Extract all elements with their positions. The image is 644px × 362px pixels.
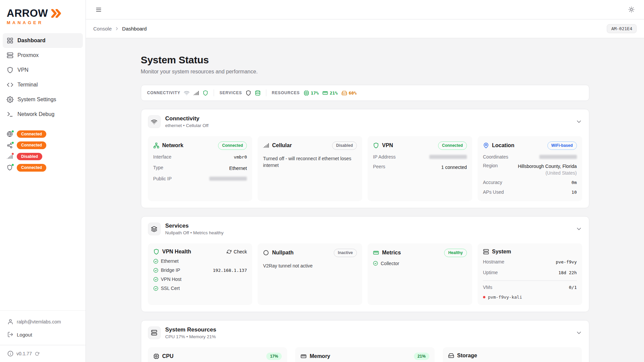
- memory-percent-badge: 21%: [414, 353, 429, 360]
- connectivity-card-header[interactable]: Connectivity ethernet • Cellular Off: [141, 109, 589, 134]
- status-row-network: Connected: [7, 141, 79, 149]
- status-badge-internet: Connected: [17, 130, 46, 138]
- services-title: Services: [165, 223, 224, 229]
- check-row-ssl-cert: SSL Cert: [153, 286, 247, 291]
- network-icon: [153, 142, 159, 148]
- sidebar-item-network-debug[interactable]: Network Debug: [3, 107, 83, 122]
- sidebar-item-proxmox[interactable]: Proxmox: [3, 48, 83, 63]
- chevron-down-icon[interactable]: [576, 226, 582, 232]
- database-icon: [255, 90, 261, 96]
- code-icon: [7, 81, 13, 88]
- theme-toggle-button[interactable]: [626, 4, 637, 15]
- memory-title: Memory: [310, 353, 330, 359]
- menu-button[interactable]: [93, 4, 104, 15]
- cpu-percent-badge: 17%: [266, 353, 282, 360]
- sidebar-item-system-settings[interactable]: System Settings: [3, 92, 83, 107]
- check-circle-icon: [373, 261, 378, 266]
- device-id-badge: AM-021E4: [607, 24, 637, 33]
- cpu-icon: [153, 353, 159, 359]
- connectivity-subtitle: ethernet • Cellular Off: [165, 123, 209, 128]
- sidebar-item-dashboard[interactable]: Dashboard: [3, 33, 83, 48]
- sidebar-item-label: Terminal: [17, 82, 38, 88]
- breadcrumb-bar: Console Dashboard AM-021E4: [86, 19, 644, 38]
- memory-icon: [373, 250, 379, 256]
- brand-subtitle: MANAGER: [7, 20, 79, 25]
- layers-icon: [148, 223, 161, 235]
- resources-subtitle: CPU 17% • Memory 21%: [165, 334, 216, 339]
- redacted-value: [539, 155, 577, 159]
- signal-icon: [7, 154, 13, 160]
- location-region-value: Hillsborough County, Florida (United Sta…: [502, 163, 577, 177]
- system-hostname-row: Hostname pve-f9vy: [483, 259, 577, 265]
- summary-cpu-value: 17%: [311, 90, 319, 96]
- check-circle-icon: [153, 286, 158, 291]
- memory-subcard: Memory 21% 2 GB / 8 GB: [295, 347, 435, 362]
- services-card-header[interactable]: Services Nullpath Off • Metrics healthy: [141, 217, 589, 241]
- sidebar-item-vpn[interactable]: VPN: [3, 63, 83, 77]
- brand-chevrons-icon: [50, 9, 63, 18]
- wifi-icon: [184, 90, 190, 96]
- connectivity-title: Connectivity: [165, 115, 209, 122]
- app-root: ARROW MANAGER Dashboard Proxmox VPN: [0, 0, 644, 362]
- globe-icon: [7, 131, 13, 137]
- version-row: v0.1.77: [0, 345, 86, 362]
- server-icon: [7, 52, 13, 59]
- check-row-bridge-ip: Bridge IP 192.168.1.137: [153, 267, 247, 273]
- check-circle-icon: [153, 268, 158, 273]
- summary-memory: 21%: [322, 90, 337, 96]
- vpn-check-button[interactable]: Check: [227, 249, 247, 254]
- sidebar-item-terminal[interactable]: Terminal: [3, 77, 83, 92]
- breadcrumb-console[interactable]: Console: [93, 26, 112, 32]
- cpu-subcard: CPU 17% 0.0°C: [148, 347, 287, 362]
- vpn-subcard: VPN Connected IP Address Peers 1 connect…: [368, 136, 472, 201]
- network-public-ip-row: Public IP: [153, 176, 247, 181]
- metrics-title: Metrics: [382, 250, 401, 256]
- shield-icon: [153, 249, 159, 255]
- system-subcard: System Hostname pve-f9vy Uptime 18d 22h: [478, 243, 582, 305]
- location-title: Location: [492, 142, 515, 148]
- summary-storage: 60%: [341, 90, 357, 96]
- main-area: Console Dashboard AM-021E4 System Status…: [86, 0, 644, 362]
- user-email-row: ralph@vtemlabs.com: [0, 315, 86, 328]
- status-dot: [11, 130, 14, 133]
- info-icon[interactable]: [7, 351, 13, 357]
- status-badge-cellular: Disabled: [17, 153, 42, 160]
- chevron-down-icon[interactable]: [576, 118, 582, 125]
- hard-drive-icon: [341, 90, 347, 96]
- divider: [483, 281, 577, 281]
- status-badge-vpn: Connected: [17, 164, 46, 171]
- grid-icon: [7, 37, 13, 44]
- nullpath-subcard: Nullpath Inactive V2Ray tunnel not activ…: [258, 243, 362, 305]
- cellular-title: Cellular: [272, 142, 292, 148]
- resources-card-header[interactable]: System Resources CPU 17% • Memory 21%: [141, 320, 589, 345]
- summary-resources-label: RESOURCES: [272, 90, 300, 95]
- status-badge-network: Connected: [17, 141, 46, 149]
- sidebar-item-label: Dashboard: [17, 38, 46, 44]
- signal-icon: [263, 142, 269, 148]
- services-card: Services Nullpath Off • Metrics healthy …: [141, 216, 589, 312]
- summary-cpu: 17%: [304, 90, 319, 96]
- status-dot: [11, 153, 14, 155]
- cellular-subcard: Cellular Disabled Turned off - will reco…: [258, 136, 362, 201]
- logout-button[interactable]: Logout: [0, 328, 86, 341]
- circle-icon: [263, 250, 269, 256]
- logout-label: Logout: [17, 332, 32, 338]
- sidebar-footer: ralph@vtemlabs.com Logout v0.1.77: [0, 310, 86, 362]
- wifi-icon: [148, 115, 161, 128]
- network-title: Network: [162, 142, 183, 148]
- vpn-health-title: VPN Health: [162, 249, 191, 255]
- chevron-down-icon[interactable]: [576, 329, 582, 336]
- logout-icon: [7, 331, 13, 338]
- system-title: System: [492, 249, 511, 255]
- nullpath-status-badge: Inactive: [334, 249, 357, 257]
- version-refresh-icon[interactable]: [35, 352, 39, 356]
- vpn-ip-row: IP Address: [373, 154, 467, 160]
- vpn-title: VPN: [382, 142, 393, 148]
- metrics-status-badge: Healthy: [444, 249, 467, 257]
- breadcrumb: Console Dashboard: [93, 26, 147, 32]
- user-icon: [7, 319, 13, 325]
- network-status-badge: Connected: [218, 141, 247, 150]
- shield-icon: [203, 90, 208, 96]
- gear-icon: [7, 96, 13, 103]
- metrics-subcard: Metrics Healthy Collector: [368, 243, 472, 305]
